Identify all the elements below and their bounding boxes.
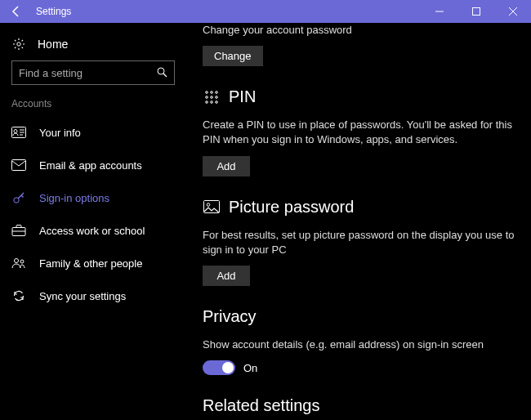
close-button[interactable] <box>494 0 531 23</box>
change-password-button[interactable]: Change <box>203 46 263 66</box>
gear-icon <box>11 38 26 51</box>
password-desc: Change your account password <box>203 23 515 38</box>
window-title: Settings <box>33 6 71 17</box>
sidebar-group-label: Accounts <box>0 98 186 116</box>
maximize-button[interactable] <box>457 0 494 23</box>
toggle-label: On <box>243 362 257 374</box>
svg-point-17 <box>211 101 213 103</box>
add-picture-password-button[interactable]: Add <box>203 266 250 286</box>
key-icon <box>11 190 26 205</box>
window-controls <box>421 0 531 23</box>
sidebar-item-sign-in-options[interactable]: Sign-in options <box>0 181 186 214</box>
briefcase-icon <box>11 224 26 237</box>
privacy-desc: Show account details (e.g. email address… <box>203 337 515 352</box>
back-button[interactable] <box>0 0 33 23</box>
svg-point-16 <box>206 101 208 103</box>
minimize-button[interactable] <box>421 0 457 23</box>
pin-title: PIN <box>229 87 256 106</box>
person-card-icon <box>11 127 26 138</box>
picture-icon <box>203 200 221 213</box>
sidebar-item-your-info[interactable]: Your info <box>0 116 186 149</box>
search-input[interactable]: Find a setting <box>11 60 175 85</box>
svg-point-9 <box>20 260 24 263</box>
svg-point-10 <box>206 91 208 93</box>
mail-icon <box>11 159 26 171</box>
svg-point-2 <box>158 68 164 74</box>
sidebar-item-label: Sync your settings <box>39 290 126 302</box>
privacy-title: Privacy <box>203 307 515 326</box>
picture-title: Picture password <box>229 198 354 217</box>
search-icon <box>156 66 167 80</box>
svg-point-6 <box>14 198 19 203</box>
home-button[interactable]: Home <box>0 33 186 60</box>
sidebar-item-email-accounts[interactable]: Email & app accounts <box>0 149 186 181</box>
sidebar-item-sync-settings[interactable]: Sync your settings <box>0 279 186 312</box>
related-title: Related settings <box>203 396 515 415</box>
search-placeholder: Find a setting <box>19 67 83 79</box>
home-label: Home <box>38 38 68 51</box>
titlebar: Settings <box>0 0 531 23</box>
sidebar-item-label: Your info <box>39 127 81 139</box>
svg-point-13 <box>206 96 208 98</box>
sidebar-item-label: Family & other people <box>39 257 142 270</box>
svg-point-18 <box>216 101 218 103</box>
svg-point-12 <box>216 91 218 93</box>
privacy-toggle[interactable] <box>203 360 235 375</box>
pin-pad-icon <box>203 90 221 105</box>
add-pin-button[interactable]: Add <box>203 156 250 176</box>
sidebar-item-label: Sign-in options <box>39 192 109 204</box>
people-icon <box>11 257 26 270</box>
svg-rect-5 <box>12 160 26 171</box>
sidebar-item-access-work-school[interactable]: Access work or school <box>0 214 186 247</box>
sidebar-item-family-people[interactable]: Family & other people <box>0 247 186 279</box>
sync-icon <box>11 289 26 302</box>
svg-point-4 <box>14 130 17 133</box>
svg-point-20 <box>207 203 210 207</box>
main-content: Change your account password Change PIN … <box>186 23 531 420</box>
svg-point-8 <box>15 259 19 263</box>
svg-point-15 <box>216 96 218 98</box>
svg-point-14 <box>211 96 213 98</box>
svg-point-11 <box>211 91 213 93</box>
svg-point-1 <box>17 42 20 46</box>
sidebar-item-label: Email & app accounts <box>39 159 142 172</box>
pin-desc: Create a PIN to use in place of password… <box>203 118 513 147</box>
svg-rect-0 <box>472 8 480 16</box>
picture-desc: For best results, set up picture passwor… <box>203 228 515 257</box>
sidebar-item-label: Access work or school <box>39 225 145 237</box>
sidebar: Home Find a setting Accounts Your info E… <box>0 23 186 420</box>
